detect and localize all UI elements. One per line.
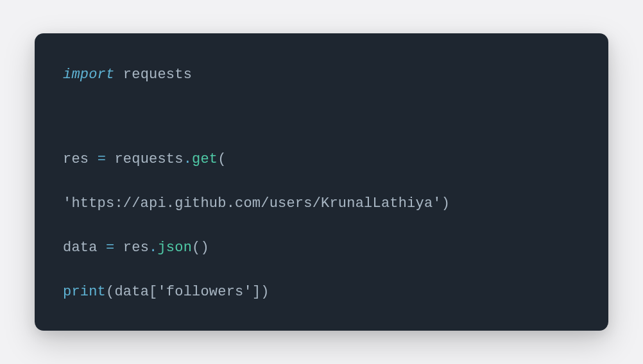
code-line-4: data = res.json() — [63, 237, 580, 258]
variable: data — [114, 284, 149, 300]
space — [89, 151, 97, 167]
object: res — [123, 240, 149, 256]
blank-line — [63, 258, 580, 281]
dot: . — [149, 240, 157, 256]
paren-close: ) — [261, 284, 269, 300]
blank-line — [63, 85, 580, 106]
keyword-import: import — [63, 67, 114, 83]
paren-open: ( — [192, 240, 200, 256]
blank-line — [63, 106, 580, 128]
code-line-3: 'https://api.github.com/users/KrunalLath… — [63, 193, 580, 214]
space — [98, 240, 106, 256]
operator-equals: = — [106, 240, 114, 256]
code-line-1: import requests — [63, 64, 580, 85]
method-json: json — [157, 240, 192, 256]
code-line-2: res = requests.get( — [63, 149, 580, 170]
paren-open: ( — [106, 284, 114, 300]
variable: data — [63, 240, 98, 256]
module-name: requests — [123, 67, 192, 83]
code-block: import requests res = requests.get( 'htt… — [35, 33, 608, 331]
paren-open: ( — [218, 151, 226, 167]
space — [106, 151, 114, 167]
blank-line — [63, 128, 580, 149]
variable: res — [63, 151, 89, 167]
paren-close: ) — [442, 195, 450, 211]
operator-equals: = — [98, 151, 106, 167]
space — [114, 240, 123, 256]
blank-line — [63, 170, 580, 193]
blank-line — [63, 214, 580, 237]
method-get: get — [192, 151, 218, 167]
bracket-open: [ — [149, 284, 157, 300]
paren-close: ) — [200, 240, 209, 256]
code-line-5: print(data['followers']) — [63, 281, 580, 302]
builtin-print: print — [63, 284, 106, 300]
string-key: 'followers' — [157, 284, 252, 300]
space — [114, 67, 123, 83]
object: requests — [114, 151, 183, 167]
bracket-close: ] — [252, 284, 261, 300]
string-url: 'https://api.github.com/users/KrunalLath… — [63, 195, 442, 211]
dot: . — [184, 151, 192, 167]
